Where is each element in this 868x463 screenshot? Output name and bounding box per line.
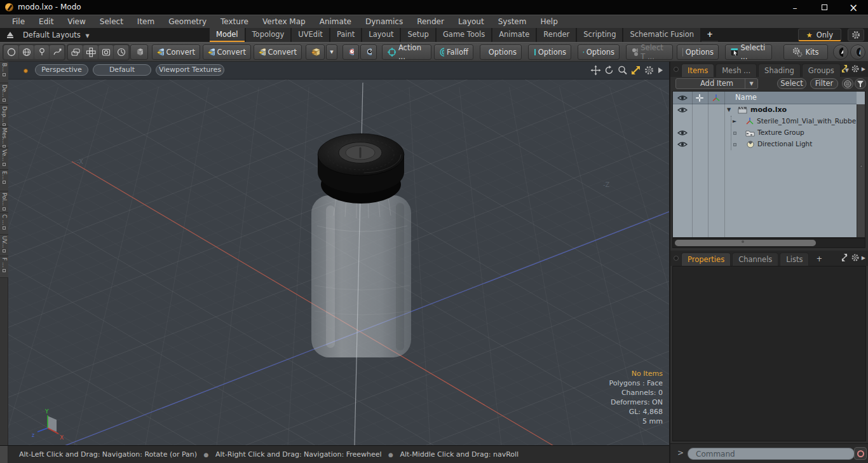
- tree-row-scene[interactable]: ▼ modo.lxo: [673, 104, 857, 116]
- layout-up-icon[interactable]: [6, 31, 14, 39]
- kits-button[interactable]: Kits: [783, 45, 828, 60]
- tab-uvedit[interactable]: UVEdit: [292, 28, 329, 42]
- menu-help[interactable]: Help: [533, 15, 564, 28]
- select-button[interactable]: Select: [777, 78, 806, 89]
- menu-render[interactable]: Render: [410, 15, 451, 28]
- selection-button[interactable]: Selecti ...: [725, 45, 772, 60]
- left-tab-edge[interactable]: E...: [0, 170, 8, 191]
- menu-layout[interactable]: Layout: [451, 15, 491, 28]
- tab-animate[interactable]: Animate: [492, 28, 536, 42]
- substance-badge-button[interactable]: [833, 45, 848, 60]
- convert-button-1[interactable]: Convert: [152, 45, 200, 60]
- eye-icon[interactable]: [677, 129, 688, 137]
- left-tab-uv[interactable]: UV...: [0, 235, 8, 256]
- options-button-3[interactable]: Options: [578, 45, 620, 60]
- close-button[interactable]: ×: [839, 0, 868, 15]
- panel-more-arrow-icon[interactable]: ▶: [862, 66, 865, 72]
- tab-groups[interactable]: Groups: [802, 64, 841, 77]
- panel-more-arrow-icon[interactable]: ▶: [862, 255, 865, 261]
- item-list-vertical-scrollbar[interactable]: [857, 104, 865, 237]
- viewport-3d[interactable]: Y X z Perspective Default Viewport Textu…: [8, 62, 669, 445]
- pop-out-icon[interactable]: [840, 64, 849, 73]
- menu-geometry[interactable]: Geometry: [161, 15, 214, 28]
- tree-item-label[interactable]: modo.lxo: [750, 106, 787, 114]
- filter-button[interactable]: Filter: [810, 78, 838, 89]
- clone-tool-button[interactable]: [68, 45, 83, 59]
- ellipse-tool-button[interactable]: [4, 45, 18, 59]
- viewport-settings-gear-icon[interactable]: [644, 65, 654, 76]
- tree-row-texture-group[interactable]: Texture Group: [673, 127, 857, 139]
- tab-model[interactable]: Model: [210, 28, 245, 42]
- add-layout-tab-button[interactable]: +: [702, 28, 718, 42]
- layout-settings-button[interactable]: [848, 29, 864, 41]
- menu-file[interactable]: File: [5, 15, 32, 28]
- tree-item-label[interactable]: Texture Group: [757, 128, 804, 136]
- left-tab-mesh[interactable]: Mes...: [0, 127, 8, 148]
- menu-vertex-map[interactable]: Vertex Map: [255, 15, 313, 28]
- mesh-ghost-button[interactable]: [130, 45, 148, 60]
- panel-gear-icon[interactable]: [851, 64, 860, 73]
- list-options-button[interactable]: [842, 78, 853, 89]
- left-tab-f[interactable]: F ...: [0, 256, 8, 278]
- tab-items[interactable]: Items: [681, 64, 714, 77]
- action-center-button[interactable]: Action ...: [382, 45, 431, 60]
- left-tab-c[interactable]: C ...: [0, 213, 8, 235]
- panel-collapse-icon[interactable]: [674, 256, 679, 261]
- viewport-more-arrow-icon[interactable]: [657, 65, 664, 76]
- scrollbar-thumb[interactable]: [675, 240, 816, 246]
- tab-layout[interactable]: Layout: [362, 28, 400, 42]
- tree-item-label[interactable]: Directional Light: [757, 140, 812, 148]
- tab-lists[interactable]: Lists: [780, 252, 809, 266]
- menu-system[interactable]: System: [491, 15, 534, 28]
- add-item-dropdown-arrow[interactable]: ▼: [745, 79, 757, 88]
- only-button[interactable]: ★Only: [798, 29, 841, 41]
- tab-schematic-fusion[interactable]: Schematic Fusion: [623, 28, 700, 42]
- zoom-icon[interactable]: [617, 65, 628, 76]
- tree-item-label[interactable]: Sterile_10ml_Vial_with_Rubbe ...: [757, 117, 864, 125]
- tab-shading[interactable]: Shading: [758, 64, 801, 77]
- tab-topology[interactable]: Topology: [246, 28, 291, 42]
- rotate-icon[interactable]: [604, 65, 614, 76]
- curve-tool-button[interactable]: [50, 45, 64, 59]
- unwrap-tool-button[interactable]: [83, 45, 98, 59]
- add-panel-tab-button[interactable]: +: [810, 252, 828, 266]
- viewport-state-dot[interactable]: [24, 69, 28, 73]
- eye-icon[interactable]: [677, 141, 688, 148]
- macro-record-button[interactable]: [854, 447, 867, 460]
- pop-out-icon[interactable]: [840, 253, 849, 262]
- tab-setup[interactable]: Setup: [401, 28, 435, 42]
- eye-icon[interactable]: [677, 106, 688, 114]
- tab-channels[interactable]: Channels: [732, 252, 778, 266]
- tab-scripting[interactable]: Scripting: [577, 28, 622, 42]
- shading-default-selector[interactable]: Default: [93, 64, 151, 76]
- left-tab-vertex[interactable]: Ve...: [0, 148, 8, 170]
- perspective-selector[interactable]: Perspective: [35, 64, 88, 76]
- maximize-viewport-icon[interactable]: [630, 65, 641, 76]
- convert-button-2[interactable]: Convert: [203, 45, 251, 60]
- convert-dropdown-arrow[interactable]: ▼: [326, 45, 337, 60]
- convert-dropdown-cube-button[interactable]: [306, 45, 325, 60]
- minimize-button[interactable]: –: [780, 0, 810, 15]
- tab-render[interactable]: Render: [537, 28, 576, 42]
- vial-model[interactable]: [311, 134, 411, 357]
- menu-animate[interactable]: Animate: [313, 15, 358, 28]
- select-through-button[interactable]: Select T ...: [626, 45, 673, 60]
- tree-row-directional-light[interactable]: Directional Light: [673, 139, 857, 150]
- expander-open-icon[interactable]: ▼: [727, 107, 731, 113]
- viewport-textures-selector[interactable]: Viewport Textures: [156, 64, 224, 76]
- sphere-tool-button[interactable]: [19, 45, 34, 59]
- cube-clock-red-button[interactable]: [342, 45, 359, 60]
- tab-paint[interactable]: Paint: [330, 28, 361, 42]
- menu-item[interactable]: Item: [130, 15, 161, 28]
- convert-button-3[interactable]: Convert: [254, 45, 302, 60]
- tab-game-tools[interactable]: Game Tools: [437, 28, 491, 42]
- options-button-2[interactable]: Options: [528, 45, 571, 60]
- options-button-4[interactable]: Options: [677, 45, 719, 60]
- expander-closed-icon[interactable]: ►: [733, 118, 736, 124]
- panel-collapse-icon[interactable]: [674, 67, 679, 72]
- unreal-badge-button[interactable]: U: [850, 45, 865, 60]
- menu-select[interactable]: Select: [93, 15, 130, 28]
- left-tab-polygon[interactable]: Pol...: [0, 191, 8, 213]
- tab-properties[interactable]: Properties: [681, 252, 731, 266]
- menu-view[interactable]: View: [60, 15, 92, 28]
